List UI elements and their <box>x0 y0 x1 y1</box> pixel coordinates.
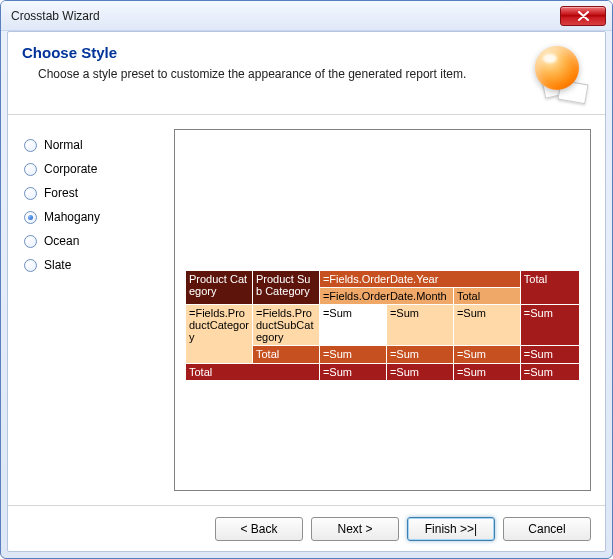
wizard-header: Choose Style Choose a style preset to cu… <box>8 32 605 115</box>
radio-icon <box>24 211 37 224</box>
style-option-slate[interactable]: Slate <box>22 253 162 277</box>
grand-total-cell: =Sum <box>453 363 520 380</box>
col-total-header: Total <box>520 271 579 305</box>
col-subtotal-header: Total <box>453 288 520 305</box>
header-text: Choose Style Choose a style preset to cu… <box>22 44 466 81</box>
next-button[interactable]: Next > <box>311 517 399 541</box>
style-option-forest[interactable]: Forest <box>22 181 162 205</box>
close-icon <box>578 11 589 21</box>
data-cell: =Sum <box>319 346 386 363</box>
row-subtotal-header: Total <box>252 346 319 363</box>
wizard-window: Crosstab Wizard Choose Style Choose a st… <box>0 0 613 559</box>
page-title: Choose Style <box>22 44 466 61</box>
style-option-mahogany[interactable]: Mahogany <box>22 205 162 229</box>
style-preview-pane: Product Category Product Sub Category =F… <box>174 129 591 491</box>
row-header-1: Product Category <box>186 271 253 305</box>
wizard-footer: < Back Next > Finish >>| Cancel <box>8 505 605 551</box>
col-header-month: =Fields.OrderDate.Month <box>319 288 453 305</box>
grand-total-cell: =Sum <box>319 363 386 380</box>
grand-total-cell: =Sum <box>520 363 579 380</box>
grand-total-header: Total <box>186 363 320 380</box>
style-option-label: Forest <box>44 186 78 200</box>
row-total-cell: =Sum <box>520 346 579 363</box>
data-cell: =Sum <box>319 305 386 346</box>
radio-icon <box>24 235 37 248</box>
row-total-cell: =Sum <box>520 305 579 346</box>
col-header-year: =Fields.OrderDate.Year <box>319 271 520 288</box>
grand-total-cell: =Sum <box>386 363 453 380</box>
radio-icon <box>24 187 37 200</box>
close-button[interactable] <box>560 6 606 26</box>
window-title: Crosstab Wizard <box>11 9 100 23</box>
page-subtitle: Choose a style preset to customize the a… <box>38 67 466 81</box>
data-cell: =Sum <box>453 346 520 363</box>
row-header-2: Product Sub Category <box>252 271 319 305</box>
style-list: Normal Corporate Forest Mahogany Ocean <box>22 129 162 491</box>
data-cell: =Sum <box>386 346 453 363</box>
wizard-icon <box>523 44 591 104</box>
radio-icon <box>24 139 37 152</box>
style-option-label: Mahogany <box>44 210 100 224</box>
cancel-button[interactable]: Cancel <box>503 517 591 541</box>
back-button[interactable]: < Back <box>215 517 303 541</box>
radio-icon <box>24 259 37 272</box>
data-cell: =Sum <box>386 305 453 346</box>
style-option-label: Corporate <box>44 162 97 176</box>
finish-button[interactable]: Finish >>| <box>407 517 495 541</box>
style-option-label: Slate <box>44 258 71 272</box>
content-area: Choose Style Choose a style preset to cu… <box>7 31 606 552</box>
titlebar: Crosstab Wizard <box>1 1 612 31</box>
crosstab-preview: Product Category Product Sub Category =F… <box>185 270 580 381</box>
data-cell: =Sum <box>453 305 520 346</box>
style-option-corporate[interactable]: Corporate <box>22 157 162 181</box>
wizard-body: Normal Corporate Forest Mahogany Ocean <box>8 115 605 505</box>
row-field-1: =Fields.ProductCategory <box>186 305 253 363</box>
style-option-label: Ocean <box>44 234 79 248</box>
style-option-ocean[interactable]: Ocean <box>22 229 162 253</box>
style-option-normal[interactable]: Normal <box>22 133 162 157</box>
style-option-label: Normal <box>44 138 83 152</box>
row-field-2: =Fields.ProductSubCategory <box>252 305 319 346</box>
radio-icon <box>24 163 37 176</box>
